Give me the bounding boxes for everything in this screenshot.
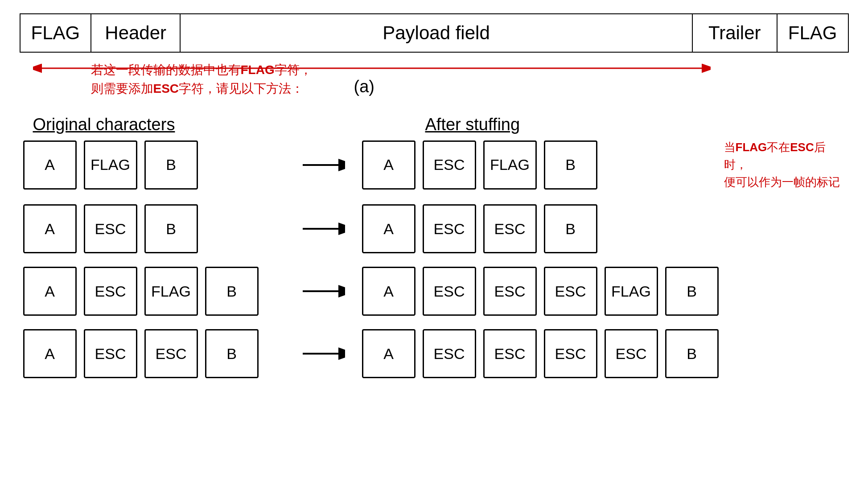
after-char-1-2: ESC: [423, 140, 476, 190]
arrow-2: [287, 220, 358, 238]
after-char-2-4: B: [544, 204, 597, 253]
side-note-1: 当FLAG不在ESC后时，便可以作为一帧的标记: [724, 139, 849, 191]
char-row-2: AESCB AESCESCB: [20, 204, 849, 253]
after-char-4-6: B: [665, 329, 719, 378]
orig-char-3-4: B: [205, 267, 259, 316]
arrow-4: [287, 345, 358, 363]
orig-char-4-3: ESC: [144, 329, 198, 378]
frame-table: FLAG Header Payload field Trailer FLAG: [20, 13, 849, 53]
frame-cell-trailer: Trailer: [693, 14, 777, 52]
orig-char-4-2: ESC: [84, 329, 137, 378]
after-char-3-1: A: [362, 267, 415, 316]
after-char-4-3: ESC: [483, 329, 537, 378]
frame-cell-flag1: FLAG: [21, 14, 92, 52]
orig-char-1-1: A: [23, 140, 77, 190]
frame-cell-header: Header: [91, 14, 181, 52]
after-char-2-3: ESC: [483, 204, 537, 253]
after-char-4-1: A: [362, 329, 415, 378]
orig-char-1-3: B: [144, 140, 198, 190]
after-char-3-2: ESC: [423, 267, 476, 316]
orig-char-4-1: A: [23, 329, 77, 378]
after-chars-3: AESCESCESCFLAGB: [358, 267, 849, 316]
rows-section: AFLAGB AESCFLAGB当FLAG不在ESC后时，便可以作为一帧的标记A…: [20, 139, 849, 378]
char-row-4: AESCESCB AESCESCESCESCB: [20, 329, 849, 378]
after-chars-4: AESCESCESCESCB: [358, 329, 849, 378]
after-char-3-3: ESC: [483, 267, 537, 316]
arrow-3: [287, 282, 358, 300]
label-a: (a): [354, 77, 374, 96]
frame-cell-flag2: FLAG: [777, 14, 848, 52]
after-char-2-1: A: [362, 204, 415, 253]
annotation-section: 若这一段传输的数据中也有FLAG字符， 则需要添加ESC字符，请见以下方法： (…: [20, 53, 849, 115]
orig-char-3-2: ESC: [84, 267, 137, 316]
arrow-1: [287, 156, 358, 174]
section-labels: Original characters After stuffing: [20, 115, 849, 134]
orig-chars-3: AESCFLAGB: [20, 267, 287, 316]
orig-char-2-3: B: [144, 204, 198, 253]
orig-chars-2: AESCB: [20, 204, 287, 253]
orig-chars-4: AESCESCB: [20, 329, 287, 378]
orig-char-4-4: B: [205, 329, 259, 378]
after-char-1-4: B: [544, 140, 597, 190]
after-char-4-4: ESC: [544, 329, 597, 378]
after-char-3-6: B: [665, 267, 719, 316]
after-char-1-1: A: [362, 140, 415, 190]
orig-char-2-2: ESC: [84, 204, 137, 253]
orig-char-1-2: FLAG: [84, 140, 137, 190]
chinese-annotation: 若这一段传输的数据中也有FLAG字符， 则需要添加ESC字符，请见以下方法：: [91, 61, 312, 98]
original-characters-label: Original characters: [33, 115, 247, 134]
orig-char-3-3: FLAG: [144, 267, 198, 316]
after-char-3-4: ESC: [544, 267, 597, 316]
frame-cell-payload: Payload field: [181, 14, 693, 52]
after-char-4-5: ESC: [605, 329, 658, 378]
after-char-3-5: FLAG: [605, 267, 658, 316]
after-char-2-2: ESC: [423, 204, 476, 253]
after-char-1-3: FLAG: [483, 140, 537, 190]
after-stuffing-label: After stuffing: [425, 115, 520, 134]
after-chars-1: AESCFLAGB: [358, 140, 711, 190]
orig-chars-1: AFLAGB: [20, 140, 287, 190]
after-chars-2: AESCESCB: [358, 204, 849, 253]
orig-char-2-1: A: [23, 204, 77, 253]
char-row-1: AFLAGB AESCFLAGB当FLAG不在ESC后时，便可以作为一帧的标记: [20, 139, 849, 191]
after-char-4-2: ESC: [423, 329, 476, 378]
char-row-3: AESCFLAGB AESCESCESCFLAGB: [20, 267, 849, 316]
orig-char-3-1: A: [23, 267, 77, 316]
